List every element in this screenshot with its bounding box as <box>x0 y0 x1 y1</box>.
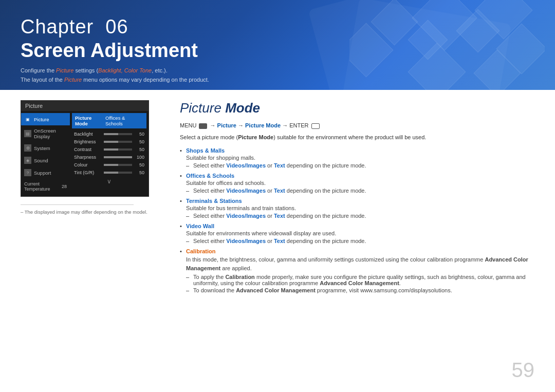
temperature-row: Current Temperature 28 <box>21 179 70 194</box>
bullet-offices: Offices & Schools Suitable for offices a… <box>180 173 534 194</box>
section-title-text: Picture Mode <box>180 100 260 116</box>
sidebar-label-support: Support <box>34 170 51 176</box>
osd-icon: ▤ <box>24 130 31 137</box>
terminals-title: Terminals & Stations <box>186 198 242 204</box>
bullet-terminals: Terminals & Stations Suitable for bus te… <box>180 198 534 219</box>
calibration-desc: In this mode, the brightness, colour, ga… <box>186 255 534 272</box>
sidebar-item-support[interactable]: ? Support <box>21 166 70 179</box>
offices-title: Offices & Schools <box>186 173 234 179</box>
page-number: 59 <box>512 359 535 382</box>
section-title: Picture Mode <box>180 100 534 116</box>
note-divider <box>21 204 134 205</box>
tint-label: Tint (G/R) <box>74 170 101 175</box>
shops-sub-1: Select either Videos/Images or Text depe… <box>186 162 534 169</box>
calibration-sub-2: To download the Advanced Color Managemen… <box>186 287 534 293</box>
chevron-down-icon[interactable]: ∨ <box>72 176 146 186</box>
offices-desc: Suitable for offices and schools. <box>186 180 534 186</box>
sharpness-label: Sharpness <box>74 155 101 160</box>
sidebar-label-sound: Sound <box>34 158 48 163</box>
diamond-pattern <box>349 0 545 90</box>
sharpness-val: 100 <box>135 155 144 160</box>
temp-label: Current Temperature <box>24 181 62 192</box>
sidebar-item-system[interactable]: ⚙ System <box>21 142 70 154</box>
sidebar-item-picture[interactable]: ▣ Picture <box>21 113 70 125</box>
colour-val: 50 <box>135 162 144 167</box>
note-text: – The displayed image may differ dependi… <box>21 209 164 215</box>
terminals-sub-1: Select either Videos/Images or Text depe… <box>186 213 534 219</box>
videowall-desc: Suitable for environments where videowal… <box>186 230 534 236</box>
bullet-calibration: Calibration In this mode, the brightness… <box>180 248 534 293</box>
sidebar-item-osd[interactable]: ▤ OnScreen Display <box>21 125 70 142</box>
setting-contrast: Contrast 50 <box>72 145 146 153</box>
colour-label: Colour <box>74 162 101 167</box>
contrast-bar <box>104 148 132 151</box>
ui-sidebar: ▣ Picture ▤ OnScreen Display ⚙ System ◈ … <box>21 111 70 196</box>
right-panel: Picture Mode MENU → Picture → Picture Mo… <box>180 100 534 382</box>
mode-label: Picture Mode <box>75 115 105 126</box>
setting-sharpness: Sharpness 100 <box>72 153 146 161</box>
sidebar-label-picture: Picture <box>34 117 49 122</box>
chapter-line1: Chapter 06 <box>21 15 209 39</box>
ui-mockup-body: ▣ Picture ▤ OnScreen Display ⚙ System ◈ … <box>21 111 149 196</box>
setting-tint: Tint (G/R) 50 <box>72 169 146 176</box>
main-content: Picture ▣ Picture ▤ OnScreen Display ⚙ <box>0 90 555 392</box>
backlight-label: Backlight <box>74 132 101 137</box>
brightness-val: 50 <box>135 139 144 144</box>
header-desc-2: The layout of the Picture menu options m… <box>21 76 209 85</box>
terminals-desc: Suitable for bus terminals and train sta… <box>186 205 534 211</box>
bullet-videowall: Video Wall Suitable for environments whe… <box>180 223 534 244</box>
ui-header-label: Picture <box>25 103 43 109</box>
header-desc: Configure the Picture settings (Backligh… <box>21 66 209 84</box>
videowall-title: Video Wall <box>186 223 214 229</box>
contrast-val: 50 <box>135 147 144 152</box>
setting-brightness: Brightness 50 <box>72 138 146 145</box>
left-panel: Picture ▣ Picture ▤ OnScreen Display ⚙ <box>21 100 164 382</box>
brightness-bar <box>104 141 132 143</box>
bullet-shops: Shops & Malls Suitable for shopping mall… <box>180 147 534 169</box>
backlight-bar <box>104 133 132 135</box>
offices-sub-1: Select either Videos/Images or Text depe… <box>186 188 534 194</box>
tint-val: 50 <box>135 170 144 175</box>
ui-mode-row[interactable]: Picture Mode Offices & Schools <box>72 113 146 128</box>
chapter-line2: Screen Adjustment <box>21 39 209 63</box>
setting-backlight: Backlight 50 <box>72 130 146 138</box>
header-desc-1: Configure the Picture settings (Backligh… <box>21 66 209 76</box>
question-icon: ? <box>24 169 31 176</box>
brightness-label: Brightness <box>74 139 101 144</box>
header-text-block: Chapter 06 Screen Adjustment Configure t… <box>21 15 209 84</box>
speaker-icon: ◈ <box>24 157 31 164</box>
calibration-sub-1: To apply the Calibration mode properly, … <box>186 274 534 286</box>
temp-value: 28 <box>62 184 67 189</box>
shops-title: Shops & Malls <box>186 147 225 154</box>
sidebar-item-sound[interactable]: ◈ Sound <box>21 154 70 166</box>
videowall-sub-1: Select either Videos/Images or Text depe… <box>186 238 534 244</box>
calibration-title: Calibration <box>186 248 215 254</box>
backlight-val: 50 <box>135 132 144 137</box>
sharpness-bar <box>104 156 132 158</box>
picture-icon: ▣ <box>24 116 31 123</box>
contrast-label: Contrast <box>74 147 101 152</box>
setting-colour: Colour 50 <box>72 161 146 169</box>
shops-desc: Suitable for shopping malls. <box>186 155 534 161</box>
tint-bar <box>104 172 132 174</box>
mode-value: Offices & Schools <box>105 115 143 126</box>
sidebar-label-osd: OnScreen Display <box>34 128 67 139</box>
sidebar-label-system: System <box>34 145 50 151</box>
ui-main-panel: Picture Mode Offices & Schools Backlight… <box>70 111 149 196</box>
intro-text: Select a picture mode (Picture Mode) sui… <box>180 133 534 142</box>
menu-path: MENU → Picture → Picture Mode → ENTER <box>180 122 534 129</box>
ui-mockup-header: Picture <box>21 101 149 111</box>
bullet-list: Shops & Malls Suitable for shopping mall… <box>180 147 534 293</box>
ui-mockup: Picture ▣ Picture ▤ OnScreen Display ⚙ <box>21 100 149 197</box>
colour-bar <box>104 164 132 166</box>
header-banner: Chapter 06 Screen Adjustment Configure t… <box>0 0 555 90</box>
gear-icon: ⚙ <box>24 144 31 152</box>
